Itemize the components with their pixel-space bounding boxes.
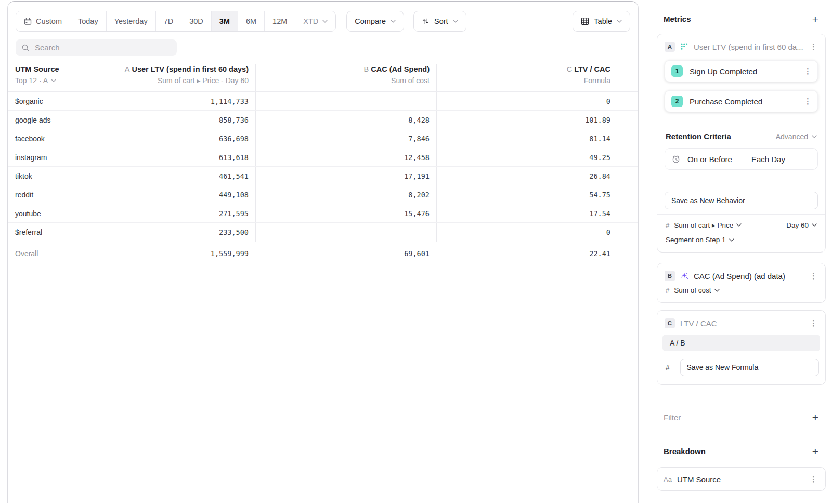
column-title: CAC (Ad Spend)	[371, 65, 430, 73]
step-event-label: Sign Up Completed	[690, 67, 796, 76]
cell-value: 0	[436, 92, 612, 110]
kebab-menu-icon[interactable]: ⋮	[808, 271, 819, 281]
cell-value: 858,736	[75, 111, 255, 129]
kebab-menu-icon[interactable]: ⋮	[808, 319, 819, 328]
column-header-b[interactable]: B CAC (Ad Spend) Sum of cost	[255, 64, 436, 91]
retention-each-label: Each Day	[751, 155, 785, 164]
row-label[interactable]: $organic	[8, 92, 75, 110]
column-subtitle: Sum of cart ▸ Price - Day 60	[75, 76, 249, 85]
search-input[interactable]	[35, 43, 171, 52]
retention-window-control[interactable]: On or Before Each Day	[665, 148, 818, 170]
metric-card-a: A User LTV (spend in first 60 da... ⋮ 1 …	[657, 34, 826, 253]
funnel-step-1[interactable]: 1 Sign Up Completed ⋮	[665, 60, 818, 82]
row-label[interactable]: reddit	[8, 185, 75, 204]
row-label[interactable]: $referral	[8, 223, 75, 242]
table-row: instagram613,61812,45849.25	[8, 148, 638, 167]
breakdown-title: Breakdown	[664, 447, 706, 456]
step-number-badge: 2	[671, 96, 683, 107]
behavior-icon	[680, 43, 688, 51]
segment-on-step-dropdown[interactable]: Segment on Step 1	[666, 236, 734, 244]
kebab-menu-icon[interactable]: ⋮	[808, 42, 819, 51]
compare-label: Compare	[355, 17, 386, 25]
table-row: youtube271,59515,47617.54	[8, 204, 638, 223]
kebab-menu-icon[interactable]: ⋮	[802, 67, 813, 76]
chevron-down-icon	[736, 223, 742, 227]
range-7d[interactable]: 7D	[155, 11, 181, 31]
range-12m[interactable]: 12M	[264, 11, 295, 31]
column-header-c[interactable]: C LTV / CAC Formula	[436, 64, 612, 91]
overall-label: Overall	[8, 242, 75, 264]
divider	[657, 187, 825, 187]
table-header: UTM Source Top 12 · A A User LTV (spend …	[8, 60, 638, 92]
overall-value-a: 1,559,999	[75, 242, 255, 264]
range-3m-active[interactable]: 3M	[211, 11, 238, 31]
table-row: google ads858,7368,428101.89	[8, 111, 638, 129]
aggregation-dropdown[interactable]: Sum of cart ▸ Price	[674, 221, 742, 229]
row-label[interactable]: facebook	[8, 129, 75, 148]
step-number-badge: 1	[671, 65, 683, 77]
compare-button[interactable]: Compare	[346, 11, 404, 32]
sort-arrows-icon	[422, 18, 430, 25]
toolbar: Custom Today Yesterday 7D 30D 3M 6M 12M …	[8, 11, 638, 32]
kebab-menu-icon[interactable]: ⋮	[802, 97, 813, 106]
view-type-button[interactable]: Table	[573, 11, 630, 32]
sort-button[interactable]: Sort	[413, 11, 466, 32]
numeric-type-icon: #	[666, 221, 669, 229]
funnel-step-2[interactable]: 2 Purchase Completed ⋮	[665, 90, 818, 112]
chevron-down-icon	[812, 223, 817, 227]
cell-value: 101.89	[436, 111, 612, 129]
retention-mode-dropdown[interactable]: Advanced	[776, 132, 817, 141]
metric-name: CAC (Ad Spend) (ad data)	[694, 272, 803, 281]
search-icon	[21, 44, 30, 52]
formula-input[interactable]: A / B	[662, 335, 820, 351]
metrics-title: Metrics	[664, 15, 691, 23]
range-30d[interactable]: 30D	[181, 11, 211, 31]
row-label[interactable]: google ads	[8, 111, 75, 129]
column-subtitle: Formula	[437, 76, 610, 85]
range-yesterday[interactable]: Yesterday	[106, 11, 155, 31]
range-label: Custom	[36, 17, 62, 25]
add-metric-button[interactable]: +	[812, 15, 818, 23]
metric-key-badge: C	[665, 318, 675, 328]
window-label: Day 60	[786, 221, 809, 229]
column-header-utm-source[interactable]: UTM Source Top 12 · A	[8, 64, 75, 91]
cell-value: –	[255, 223, 436, 242]
segment-label: Segment on Step 1	[666, 236, 726, 244]
cell-value: 1,114,733	[75, 92, 255, 110]
row-label[interactable]: youtube	[8, 204, 75, 222]
filter-section-header: Filter +	[664, 413, 818, 422]
breakdown-card: Aa UTM Source ⋮	[657, 467, 826, 491]
metric-card-b: B CAC (Ad Spend) (ad data) ⋮ # Sum of co…	[657, 263, 826, 303]
row-label[interactable]: instagram	[8, 148, 75, 166]
cell-value: 8,202	[255, 185, 436, 204]
range-6m[interactable]: 6M	[238, 11, 264, 31]
window-dropdown[interactable]: Day 60	[786, 221, 817, 229]
kebab-menu-icon[interactable]: ⋮	[808, 474, 819, 484]
series-key: C	[567, 65, 572, 73]
metric-key-badge: B	[665, 271, 675, 281]
column-header-a[interactable]: A User LTV (spend in first 60 days) Sum …	[75, 64, 255, 91]
cell-value: 54.75	[436, 185, 612, 204]
aggregation-dropdown[interactable]: Sum of cost	[674, 286, 719, 294]
add-filter-button[interactable]: +	[812, 414, 818, 422]
range-custom[interactable]: Custom	[16, 11, 70, 31]
aggregation-label: Sum of cart ▸ Price	[674, 221, 733, 229]
range-label: XTD	[303, 17, 318, 25]
save-as-new-formula-button[interactable]: Save as New Formula	[680, 359, 819, 376]
string-type-icon: Aa	[664, 475, 672, 483]
overall-value-c: 22.41	[436, 242, 612, 264]
row-label[interactable]: tiktok	[8, 167, 75, 185]
table-row: tiktok461,54117,19126.84	[8, 167, 638, 185]
range-today[interactable]: Today	[70, 11, 106, 31]
metrics-section-header: Metrics +	[664, 15, 818, 23]
range-xtd[interactable]: XTD	[295, 11, 335, 31]
add-breakdown-button[interactable]: +	[812, 447, 818, 456]
chevron-down-icon	[391, 20, 396, 23]
cell-value: 461,541	[75, 167, 255, 185]
cell-value: 233,500	[75, 223, 255, 242]
save-as-new-behavior-button[interactable]: Save as New Behavior	[665, 192, 818, 209]
table-row: $organic1,114,733–0	[8, 92, 638, 111]
cell-value: 0	[436, 223, 612, 242]
retention-on-label: On or Before	[687, 155, 732, 164]
table-body: $organic1,114,733–0google ads858,7368,42…	[8, 92, 638, 242]
